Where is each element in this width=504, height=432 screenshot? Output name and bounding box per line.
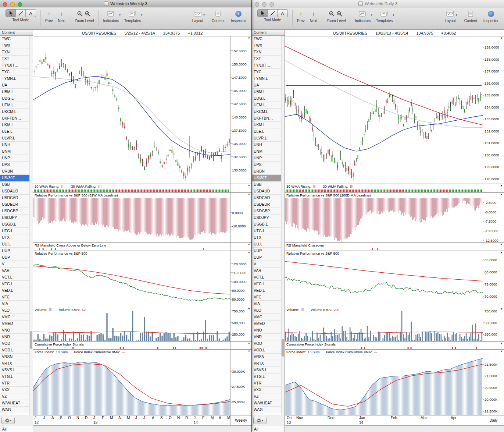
ticker-row[interactable]: UPS — [0, 162, 33, 168]
ticker-row[interactable]: ULE.L — [252, 128, 285, 135]
price-chart-plot[interactable] — [285, 36, 483, 184]
ticker-row[interactable]: UKCM.L — [252, 109, 285, 115]
scrollbar-thumb[interactable] — [30, 331, 32, 349]
ticker-row[interactable]: UU.L — [0, 241, 33, 248]
panel-disclosure-icon[interactable]: ▼ — [248, 36, 250, 40]
panel-disclosure-icon[interactable]: ▼ — [500, 193, 503, 196]
ticker-row[interactable]: TXT — [252, 56, 285, 62]
ticker-row[interactable]: URBN — [252, 168, 285, 175]
cfi-strip-plot[interactable]: Cumulative Force Index Signals — [285, 342, 483, 349]
ticker-row[interactable]: UU.L — [252, 241, 285, 248]
ticker-row[interactable]: USDCAD — [252, 195, 285, 201]
ticker-row[interactable]: VMC — [252, 314, 285, 321]
ticker-row[interactable]: UKM.L — [252, 122, 285, 128]
ticker-row[interactable]: VRSN — [0, 354, 33, 360]
panel-disclosure-icon[interactable]: ▼ — [248, 342, 250, 345]
ticker-row[interactable]: UTG.L — [0, 228, 33, 234]
ticker-row[interactable]: URBN — [0, 168, 33, 175]
volume-plot[interactable]: Volume:|||Volume EMA:200 — [285, 307, 483, 341]
ticker-row[interactable]: TXN — [252, 49, 285, 56]
ticker-row[interactable]: VOD — [252, 340, 285, 347]
templates-button[interactable]: ▾Templates — [376, 9, 393, 23]
layout-button[interactable]: ▾Layout — [192, 9, 203, 23]
ticker-row[interactable]: TXN — [0, 49, 33, 56]
ticker-row[interactable]: V — [0, 261, 33, 268]
scrollbar-thumb[interactable] — [282, 339, 284, 357]
sidebar-scrollbar[interactable] — [29, 36, 33, 415]
titlebar[interactable]: Weinstein Daily 3 — [252, 0, 504, 7]
ticker-row[interactable]: TY/10T… — [252, 62, 285, 69]
ticker-row[interactable]: TWC — [0, 36, 33, 42]
panel-disclosure-icon[interactable]: ▼ — [500, 36, 503, 40]
minimize-button[interactable] — [262, 2, 267, 7]
ticker-row[interactable]: VTR — [0, 380, 33, 387]
ticker-row[interactable]: UKM.L — [0, 122, 33, 128]
ticker-row[interactable]: VZ — [252, 393, 285, 400]
ticker-row[interactable]: UNP — [252, 155, 285, 162]
wma-strip-plot[interactable]: 30 WMA Rising:|||30 WMA Falling:||| — [285, 184, 483, 192]
ticker-row[interactable]: USDAUD — [0, 188, 33, 195]
ticker-row[interactable]: VSVS.L — [0, 367, 33, 373]
ticker-row[interactable]: UNP — [0, 155, 33, 162]
ticker-row[interactable]: USB — [0, 181, 33, 188]
ticker-row[interactable]: VFC — [0, 294, 33, 301]
text-tool-button[interactable]: A — [278, 10, 287, 17]
ticker-row[interactable]: UNM — [0, 148, 33, 155]
periodicity-label[interactable]: Weekly — [230, 415, 251, 425]
panel-disclosure-icon[interactable]: ▼ — [248, 184, 250, 187]
volume-plot[interactable]: Volume:|||Volume EMA:52 — [33, 307, 230, 341]
indicators-button[interactable]: ▾Indicators — [103, 9, 119, 23]
line-tool-button[interactable] — [16, 10, 26, 17]
zoom-out-button[interactable] — [77, 11, 84, 17]
content-button[interactable]: Content — [212, 9, 225, 23]
close-button[interactable] — [255, 2, 259, 7]
ticker-row[interactable]: TXT — [0, 56, 33, 62]
templates-button[interactable]: ▾Templates — [124, 9, 141, 23]
ticker-row[interactable]: ULE.L — [0, 128, 33, 135]
close-button[interactable] — [3, 2, 7, 7]
ticker-row[interactable]: UDG.L — [252, 95, 285, 102]
periodicity-label[interactable]: Daily — [483, 415, 504, 425]
list-scope-label[interactable]: All — [0, 426, 33, 432]
panel-disclosure-icon[interactable]: ▼ — [500, 350, 503, 353]
ticker-row[interactable]: VLO — [252, 307, 285, 314]
ticker-row[interactable]: VSVS.L — [252, 367, 285, 373]
ticker-row[interactable]: VCT.L — [252, 274, 285, 281]
ticker-row[interactable]: VED.L — [252, 287, 285, 294]
ticker-row[interactable]: TYMN.L — [0, 75, 33, 82]
ticker-row[interactable]: VXX — [252, 387, 285, 393]
rp-histogram-plot[interactable]: Relative Performance vs S&P 500 (52W MA … — [33, 193, 230, 242]
ticker-row[interactable]: UEM.L — [252, 102, 285, 109]
panel-disclosure-icon[interactable]: ▼ — [248, 243, 250, 246]
titlebar[interactable]: Weinstein Weekly 3 — [0, 0, 251, 7]
ticker-row[interactable]: TY/10T… — [0, 62, 33, 69]
ticker-row[interactable]: UDG.L — [0, 95, 33, 102]
ticker-row[interactable]: VIA — [252, 301, 285, 307]
ticker-row[interactable]: UUP — [252, 248, 285, 254]
panel-disclosure-icon[interactable]: ▼ — [500, 243, 503, 246]
panel-disclosure-icon[interactable]: ▼ — [500, 342, 503, 345]
content-button[interactable]: Content — [464, 9, 477, 23]
ticker-row[interactable]: VCT.L — [0, 274, 33, 281]
indicators-button[interactable]: ▾Indicators — [355, 9, 371, 23]
zoom-window-button[interactable] — [18, 2, 22, 7]
ticker-row[interactable]: WAG — [0, 407, 33, 413]
rp-line-plot[interactable]: Relative Performance vs S&P 500 — [285, 251, 483, 307]
panel-disclosure-icon[interactable]: ▼ — [248, 350, 250, 353]
ticker-row[interactable]: TYC — [0, 69, 33, 75]
ticker-row[interactable]: V — [252, 261, 285, 268]
inspector-button[interactable]: iInspector — [231, 9, 246, 23]
ticker-list[interactable]: TWCTWXTXNTXTTY/10T…TYCTYMN.LUAUBM.LUDG.L… — [252, 36, 285, 415]
ticker-row[interactable]: VOD — [0, 340, 33, 347]
price-chart-plot[interactable] — [33, 36, 230, 184]
prev-button[interactable]: ↑Prev — [297, 9, 305, 23]
zoom-in-button[interactable] — [85, 11, 92, 17]
ticker-row[interactable]: VED.L — [0, 287, 33, 294]
ticker-row[interactable]: UNH — [252, 142, 285, 148]
ticker-row[interactable]: US/30T… — [0, 175, 33, 181]
pointer-tool-button[interactable] — [258, 10, 268, 17]
ticker-row[interactable]: VTR — [252, 380, 285, 387]
ticker-row[interactable]: USGB.L — [252, 221, 285, 228]
ticker-row[interactable]: TWC — [252, 36, 285, 42]
prev-button[interactable]: ↑Prev — [45, 9, 53, 23]
